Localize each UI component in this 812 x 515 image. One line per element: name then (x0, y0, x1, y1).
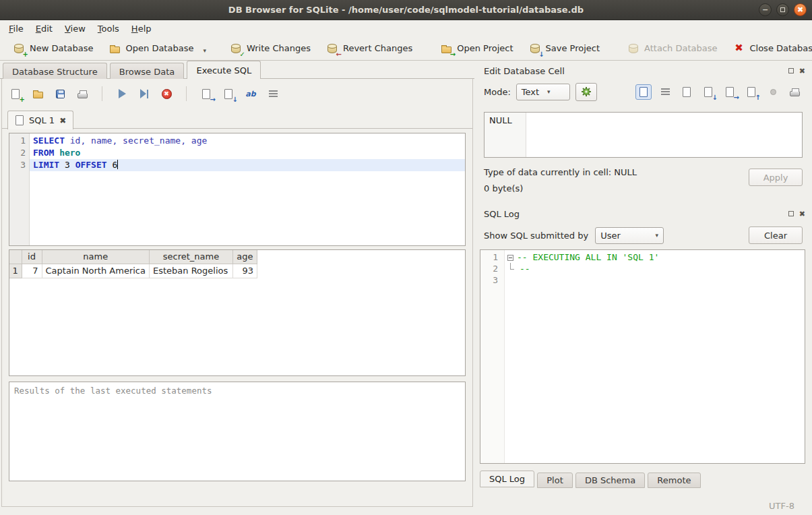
mode-select[interactable]: Text ▾ (516, 84, 570, 100)
close-panel-icon[interactable]: ✖ (799, 67, 805, 75)
open-database-button[interactable]: Open Database (103, 39, 199, 58)
sql-code-line[interactable]: FROM hero (30, 147, 465, 159)
grid-cell-id[interactable]: 7 (22, 264, 42, 278)
tab-execute-sql[interactable]: Execute SQL (187, 61, 261, 79)
close-database-button[interactable]: ✖ Close Database (726, 39, 812, 58)
sql-editor[interactable]: 123 SELECT id, name, secret_name, ageFRO… (9, 133, 466, 246)
sql-editor-code[interactable]: SELECT id, name, secret_name, ageFROM he… (30, 133, 465, 245)
maximize-icon (780, 7, 785, 12)
chevron-down-icon: ▾ (656, 232, 659, 239)
auto-switch-mode-icon (581, 86, 592, 97)
grid-cell-name[interactable]: Captain North America (42, 264, 149, 278)
sql-log-view[interactable]: 123 -- EXECUTING ALL IN 'SQL 1'-- (480, 249, 805, 464)
find-replace-icon[interactable]: ab (244, 87, 257, 100)
window-title: DB Browser for SQLite - /home/user/code/… (228, 5, 584, 15)
titlebar[interactable]: DB Browser for SQLite - /home/user/code/… (0, 0, 812, 20)
open-sql-file-icon[interactable] (31, 87, 44, 100)
stop-icon[interactable]: ✖ (160, 87, 173, 100)
word-wrap-icon[interactable] (657, 84, 673, 100)
encoding-indicator[interactable]: UTF-8 (769, 501, 794, 511)
sql-editor-gutter: 123 (9, 133, 30, 245)
execute-all-icon[interactable] (115, 87, 129, 100)
database-revert-icon: ← (325, 42, 339, 55)
main-tab-bar: Database Structure Browse Data Execute S… (0, 61, 474, 79)
mode-label: Mode: (484, 87, 511, 97)
apply-button[interactable]: Apply (749, 169, 803, 186)
attach-database-button[interactable]: Attach Database (621, 39, 722, 58)
revert-changes-button[interactable]: ← Revert Changes (320, 39, 418, 58)
cell-info: Type of data currently in cell: NULL 0 b… (484, 167, 803, 204)
print-cell-icon[interactable] (786, 84, 803, 100)
grid-cell-age[interactable]: 93 (232, 264, 257, 278)
save-results-view-icon[interactable]: ↓ (222, 87, 235, 100)
close-panel-icon[interactable]: ✖ (799, 210, 805, 218)
tab-remote[interactable]: Remote (648, 473, 700, 488)
tab-sql-log[interactable]: SQL Log (480, 471, 534, 487)
fold-marker-icon[interactable] (507, 255, 513, 261)
text-caret (117, 160, 118, 169)
menu-help[interactable]: Help (125, 22, 158, 36)
menu-view[interactable]: View (59, 22, 92, 36)
write-changes-button[interactable]: ✓ Write Changes (224, 39, 316, 58)
set-null-icon[interactable] (765, 84, 781, 100)
tab-browse-data[interactable]: Browse Data (110, 63, 185, 80)
cell-value: NULL (489, 115, 512, 125)
results-grid[interactable]: id name secret_name age 1 7 Captain Nort… (9, 249, 466, 376)
new-database-button[interactable]: + New Database (7, 39, 99, 58)
grid-column-header[interactable]: secret_name (149, 250, 232, 264)
tab-database-structure[interactable]: Database Structure (3, 63, 107, 80)
execute-sql-panel: + ✖ → ↓ ab SQL 1 ✖ (1, 79, 473, 507)
grid-column-header[interactable]: id (22, 250, 42, 264)
float-panel-icon[interactable] (788, 211, 794, 216)
export-icon[interactable]: → (722, 84, 738, 100)
menu-tools[interactable]: Tools (92, 22, 125, 36)
cell-type-text: Type of data currently in cell: NULL (484, 167, 637, 177)
minimize-button[interactable]: − (759, 3, 772, 16)
toolbar-separator (102, 86, 102, 101)
cell-editor-toolbar: Mode: Text ▾ ↓ → ↑ (484, 82, 803, 101)
new-tab-icon[interactable]: + (9, 87, 22, 100)
grid-column-header[interactable]: age (232, 250, 257, 264)
grid-column-header[interactable]: name (42, 250, 149, 264)
close-button[interactable]: ✖ (794, 3, 807, 16)
grid-cell-secret-name[interactable]: Esteban Rogelios (149, 264, 232, 278)
sql-editor-tabbar: SQL 1 ✖ (2, 109, 472, 129)
app-window: DB Browser for SQLite - /home/user/code/… (0, 0, 812, 515)
clear-log-button[interactable]: Clear (749, 226, 803, 244)
close-tab-icon[interactable]: ✖ (59, 117, 66, 125)
save-as-icon[interactable]: ↑ (743, 84, 759, 100)
menu-edit[interactable]: Edit (30, 22, 59, 36)
menubar: File Edit View Tools Help (0, 20, 812, 36)
auto-switch-mode-button[interactable] (575, 83, 597, 101)
open-database-dropdown[interactable]: ▾ (203, 43, 208, 54)
sql-code-line[interactable]: SELECT id, name, secret_name, age (30, 135, 465, 147)
float-panel-icon[interactable] (788, 68, 794, 73)
print-icon[interactable] (75, 87, 89, 100)
grid-row-header[interactable]: 1 (9, 264, 22, 278)
sql-editor-tab[interactable]: SQL 1 ✖ (7, 111, 73, 129)
window-controls: − ✖ (759, 3, 807, 16)
sql-log-line: -- EXECUTING ALL IN 'SQL 1' (505, 251, 805, 263)
open-project-button[interactable]: → Open Project (434, 39, 518, 58)
maximize-button[interactable] (776, 3, 789, 16)
database-attach-icon (627, 42, 640, 55)
cell-editor[interactable]: NULL (484, 112, 803, 158)
sql-code-line[interactable]: LIMIT 3 OFFSET 6 (30, 159, 465, 171)
export-results-icon[interactable]: → (199, 87, 213, 100)
log-filter-select[interactable]: User ▾ (595, 227, 664, 244)
format-sql-icon[interactable] (266, 87, 280, 100)
database-close-icon: ✖ (732, 42, 745, 55)
text-mode-icon[interactable] (635, 84, 652, 100)
sql-log-controls: Show SQL submitted by User ▾ Clear (484, 226, 803, 244)
execute-current-line-icon[interactable] (137, 87, 151, 100)
save-project-button[interactable]: ↓ Save Project (523, 39, 606, 58)
line-number: 3 (9, 159, 26, 171)
save-sql-file-icon[interactable] (53, 87, 67, 100)
results-message-area[interactable]: Results of the last executed statements (9, 382, 466, 481)
menu-file[interactable]: File (3, 22, 30, 36)
copy-icon[interactable] (679, 84, 695, 100)
tab-plot[interactable]: Plot (537, 473, 573, 488)
tab-db-schema[interactable]: DB Schema (575, 473, 645, 488)
import-icon[interactable]: ↓ (700, 84, 716, 100)
right-pane: Edit Database Cell ✖ Mode: Text ▾ (474, 61, 812, 515)
